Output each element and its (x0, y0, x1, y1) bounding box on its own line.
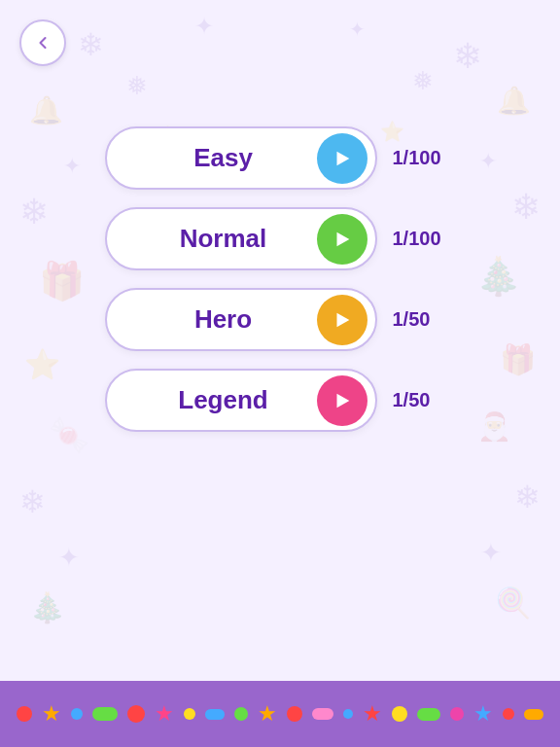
mode-button-legend[interactable]: Legend (105, 369, 377, 432)
mode-row-legend: Legend1/50 (105, 369, 456, 432)
score-legend: 1/50 (393, 389, 456, 411)
svg-marker-3 (336, 393, 349, 408)
candy-dot (184, 708, 195, 720)
svg-marker-0 (336, 151, 349, 165)
play-circle-normal (317, 214, 368, 265)
candy-star: ★ (363, 701, 382, 727)
candy-dot (450, 707, 464, 721)
mode-label-legend: Legend (130, 385, 317, 415)
bottom-bar: ★★★★★ (0, 681, 560, 747)
mode-row-normal: Normal1/100 (105, 207, 456, 270)
mode-row-hero: Hero1/50 (105, 288, 456, 351)
play-circle-easy (317, 133, 368, 184)
mode-label-hero: Hero (130, 304, 317, 335)
mode-button-hero[interactable]: Hero (105, 288, 377, 351)
score-easy: 1/100 (393, 147, 456, 169)
candy-star: ★ (473, 701, 493, 727)
candy-oval (524, 709, 543, 720)
candy-star: ★ (42, 701, 61, 727)
candy-dot (287, 706, 302, 722)
mode-button-easy[interactable]: Easy (105, 126, 377, 190)
mode-label-easy: Easy (130, 143, 317, 173)
mode-row-easy: Easy1/100 (105, 126, 456, 190)
mode-label-normal: Normal (130, 224, 317, 254)
candy-oval (312, 708, 333, 720)
candy-dot (343, 709, 353, 719)
candy-decorations: ★★★★★ (5, 701, 555, 727)
candy-dot (71, 708, 83, 720)
candy-dot (234, 707, 248, 721)
mode-button-normal[interactable]: Normal (105, 207, 377, 270)
score-normal: 1/100 (393, 228, 456, 250)
back-button[interactable] (19, 19, 66, 66)
candy-star: ★ (258, 701, 277, 727)
candy-dot (17, 706, 32, 722)
play-circle-legend (317, 375, 368, 426)
candy-oval (417, 708, 440, 721)
candy-oval (205, 709, 225, 720)
svg-marker-1 (336, 231, 349, 246)
candy-dot (503, 708, 514, 720)
candy-dot (392, 706, 407, 722)
candy-dot (127, 705, 145, 723)
candy-star: ★ (155, 701, 174, 727)
svg-marker-2 (336, 312, 349, 327)
play-circle-hero (317, 295, 368, 345)
candy-oval (92, 707, 118, 721)
modes-list: Easy1/100Normal1/100Hero1/50Legend1/50 (105, 126, 456, 432)
score-hero: 1/50 (393, 308, 456, 331)
